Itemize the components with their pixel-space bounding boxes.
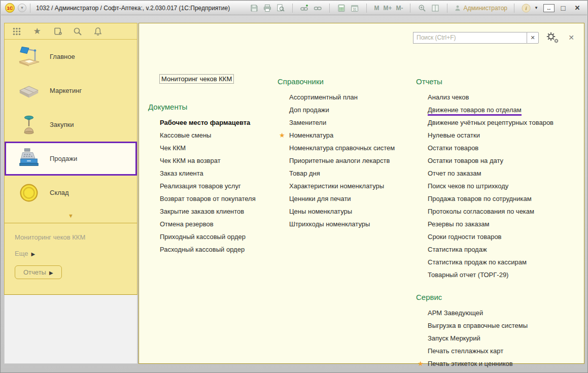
sidebar-collapse-arrow-icon[interactable]: ▼ [5, 210, 137, 223]
toolbar-overflow-caret-icon[interactable]: ▼ [534, 6, 540, 10]
menu-item[interactable]: Закрытие заказов клиентов [160, 205, 275, 218]
menu-item[interactable]: Реализация товаров услуг [160, 180, 275, 192]
menu-item[interactable]: Расходный кассовый ордер [160, 243, 275, 256]
divider [514, 4, 514, 13]
menu-item[interactable]: Ассортиментный план [289, 91, 417, 104]
menu-item-label: Штрихкоды номенклатуры [289, 220, 370, 228]
menu-item[interactable]: Кассовые смены [160, 129, 275, 142]
search-input[interactable] [413, 32, 527, 44]
split-columns-icon[interactable] [430, 3, 440, 13]
sidebar-item-cash-register[interactable]: Продажи [5, 142, 137, 176]
menu-item[interactable]: Запуск Меркурий [428, 332, 583, 345]
menu-item-label: Отчет по заказам [428, 169, 481, 177]
menu-item[interactable]: Возврат товаров от покупателя [160, 192, 275, 205]
menu-item[interactable]: Характеристики номенклатуры [289, 180, 417, 192]
menu-item[interactable]: Номенклатура справочных систем [289, 142, 417, 154]
menu-item[interactable]: Поиск чеков по штрихкоду [428, 180, 583, 192]
resize-panels-icon[interactable]: ↔ [543, 4, 555, 12]
menu-item[interactable]: Статистика продаж по кассирам [428, 256, 583, 268]
calendar-icon[interactable]: 31 [350, 3, 360, 13]
menu-item[interactable]: Приходный кассовый ордер [160, 230, 275, 243]
sidebar-more-link[interactable]: Еще▶ [15, 250, 137, 257]
menu-item-label: Чек ККМ [160, 144, 186, 152]
search-clear-icon[interactable]: ✕ [527, 32, 539, 44]
menu-item[interactable]: Статистика продаж [428, 243, 583, 256]
menu-item-label: Товарный отчет (ТОРГ-29) [428, 271, 508, 279]
user-name: Администратор [463, 5, 507, 12]
memory-minus-button[interactable]: M- [395, 5, 403, 12]
search-icon[interactable] [72, 26, 83, 37]
notifications-bell-icon[interactable] [92, 26, 103, 37]
menu-item[interactable]: Остатки товаров [428, 142, 583, 154]
menu-item-label: Печать стеллажных карт [428, 347, 503, 355]
menu-item[interactable]: Заменители [289, 116, 417, 129]
menu-item[interactable]: Выгрузка в справочные системы [428, 319, 583, 332]
titlebar-toolbar: 31 M M+ M- Администратор i ▼ ↔ [249, 3, 583, 13]
1c-logo-icon: 1С [5, 3, 15, 13]
menu-item[interactable]: Отмена резервов [160, 218, 275, 230]
menu-item[interactable]: Печать стеллажных карт [428, 345, 583, 357]
monitoring-checks-link[interactable]: Мониторинг чеков ККМ [159, 74, 234, 84]
menu-item[interactable]: Продажа товаров по сотрудникам [428, 192, 583, 205]
panel-close-icon[interactable]: ✕ [566, 33, 576, 42]
sidebar-item-stand[interactable]: Закупки [5, 108, 137, 142]
sidebar-item-package[interactable]: Маркетинг [5, 74, 137, 108]
menu-item[interactable]: Чек ККМ [160, 142, 275, 154]
info-icon[interactable]: i [521, 3, 531, 13]
menu-item[interactable]: Рабочее место фармацевта [160, 116, 275, 129]
menu-item[interactable]: Товар дня [289, 167, 417, 180]
panel-search-row: ✕ ✕ [413, 31, 576, 44]
menu-item[interactable]: ★Номенклатура [289, 129, 417, 142]
menu-item[interactable]: Нулевые остатки [428, 129, 583, 142]
divider [410, 4, 410, 13]
menu-item[interactable]: Доп продажи [289, 104, 417, 116]
menu-item[interactable]: Остатки товаров на дату [428, 154, 583, 167]
menu-item[interactable]: Отчет по заказам [428, 167, 583, 180]
cash-register-icon [17, 147, 41, 171]
menu-grid-icon[interactable] [11, 26, 22, 37]
link-icon[interactable] [313, 3, 323, 13]
print-preview-icon[interactable] [275, 3, 286, 13]
menu-item[interactable]: Чек ККМ на возврат [160, 154, 275, 167]
system-menu-dropdown-icon[interactable]: ▼ [18, 4, 26, 12]
current-user-button[interactable]: Администратор [454, 5, 507, 12]
sidebar-reports-button[interactable]: Отчеты▶ [15, 265, 62, 279]
add-link-icon[interactable] [299, 3, 309, 13]
menu-item-label: Реализация товаров услуг [160, 182, 241, 190]
menu-item[interactable]: Товарный отчет (ТОРГ-29) [428, 268, 583, 281]
menu-item[interactable]: Анализ чеков [428, 91, 583, 104]
sidebar-item-lamp[interactable]: Главное [5, 40, 137, 74]
window-close-icon[interactable]: ✕ [572, 4, 583, 12]
sidebar-item-coin[interactable]: Склад [5, 176, 137, 210]
menu-item[interactable]: Резервы по заказам [428, 218, 583, 230]
menu-item-label: Закрытие заказов клиентов [160, 208, 244, 215]
sidebar-item-label: Главное [50, 53, 75, 60]
zoom-icon[interactable] [417, 3, 427, 13]
maximize-icon[interactable]: □ [558, 4, 569, 12]
menu-item[interactable]: Приоритетные аналоги лекарств [289, 154, 417, 167]
favorites-star-icon[interactable]: ★ [31, 26, 43, 37]
menu-item[interactable]: ★Печать этикеток и ценников [428, 357, 583, 370]
menu-item[interactable]: АРМ Заведующей [428, 307, 583, 319]
menu-item[interactable]: Сроки годности товаров [428, 230, 583, 243]
menu-item[interactable]: Цены номенклатуры [289, 205, 417, 218]
calculator-icon[interactable] [336, 3, 347, 13]
menu-item[interactable]: Заказ клиента [160, 167, 275, 180]
menu-item[interactable]: Движение товаров по отделам [428, 104, 583, 116]
memory-recall-button[interactable]: M [373, 5, 379, 12]
section-items: АРМ ЗаведующейВыгрузка в справочные сист… [416, 307, 583, 370]
menu-item[interactable]: Движение учётных рецептурных товаров [428, 116, 583, 129]
memory-plus-button[interactable]: M+ [383, 5, 392, 12]
save-icon[interactable] [249, 3, 259, 13]
window-title: 1032 / Администратор / Софт-Аптека:, v.2… [36, 5, 230, 12]
menu-item[interactable]: Протоколы согласования по чекам [428, 205, 583, 218]
history-scroll-icon[interactable] [52, 26, 63, 37]
sidebar-link-monitoring[interactable]: Мониторинг чеков ККМ [15, 233, 137, 241]
print-icon[interactable] [262, 3, 272, 13]
function-menu-panel: ✕ ✕ Мониторинг чеков ККМ ДокументыРабоче… [139, 23, 584, 364]
sidebar-item-label: Продажи [50, 155, 77, 162]
menu-item[interactable]: Штрихкоды номенклатуры [289, 218, 417, 230]
menu-item[interactable]: Ценники для печати [289, 192, 417, 205]
settings-gears-icon[interactable] [546, 31, 559, 44]
menu-item-label: Выгрузка в справочные системы [428, 322, 528, 329]
